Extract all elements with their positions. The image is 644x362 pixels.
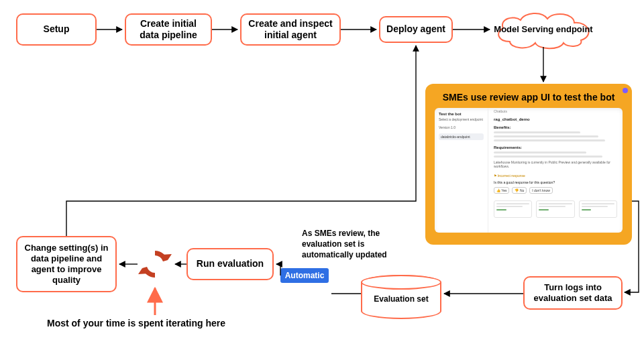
note-sme-review-text: As SMEs review, the evaluation set is au…	[302, 229, 387, 259]
review-side-title: Test the bot	[439, 112, 484, 116]
review-card	[494, 200, 532, 218]
review-card	[579, 200, 617, 218]
review-warning-text: Incorrect response	[497, 174, 525, 178]
btn-idk[interactable]: I don't know	[529, 187, 553, 194]
node-change-settings: Change setting(s) in data pipeline and a…	[16, 236, 117, 292]
badge-automatic-label: Automatic	[285, 271, 325, 280]
node-model-serving: Model Serving endpoint	[490, 9, 597, 50]
node-run-evaluation-label: Run evaluation	[197, 258, 264, 270]
node-turn-logs-label: Turn logs into evaluation set data	[530, 282, 616, 304]
node-setup-label: Setup	[44, 23, 70, 36]
sme-review-app: Test the bot Select a deployment endpoin…	[435, 108, 623, 233]
node-evaluation-set-label: Evaluation set	[362, 294, 440, 304]
node-create-agent-label: Create and inspect initial agent	[247, 18, 334, 42]
review-main-title: rag_chatbot_demo	[494, 117, 617, 121]
review-side-version: Version 1.0	[439, 125, 484, 129]
review-side-tag: databricks-endpoint	[439, 133, 484, 140]
review-footnote: Lakehouse Monitoring is currently in Pub…	[494, 160, 617, 168]
node-change-settings-label: Change setting(s) in data pipeline and a…	[23, 243, 110, 286]
badge-automatic: Automatic	[280, 268, 329, 283]
review-card	[536, 200, 574, 218]
sme-review-panel: SMEs use review app UI to test the bot T…	[425, 84, 632, 245]
caption-iterating-text: Most of your time is spent iterating her…	[47, 318, 225, 328]
node-setup: Setup	[16, 13, 97, 46]
node-run-evaluation: Run evaluation	[186, 248, 274, 280]
sme-review-title: SMEs use review app UI to test the bot	[435, 92, 623, 103]
node-deploy-agent-label: Deploy agent	[386, 23, 445, 36]
node-evaluation-set: Evaluation set	[361, 275, 441, 319]
node-create-pipeline-label: Create initial data pipeline	[131, 18, 205, 42]
node-turn-logs: Turn logs into evaluation set data	[523, 276, 623, 310]
node-model-serving-label: Model Serving endpoint	[494, 24, 592, 34]
node-create-pipeline: Create initial data pipeline	[125, 13, 212, 46]
caption-iterating: Most of your time is spent iterating her…	[47, 318, 275, 328]
btn-no[interactable]: 👎 No	[512, 187, 527, 194]
review-app-header: Chatbots	[494, 109, 507, 113]
review-warning: ⚑ Incorrect response	[494, 174, 617, 178]
cycle-icon	[138, 247, 172, 282]
node-deploy-agent: Deploy agent	[379, 16, 453, 43]
review-side-sub: Select a deployment endpoint	[439, 117, 484, 121]
btn-yes[interactable]: 👍 Yes	[494, 187, 509, 194]
benefits-heading: Benefits:	[494, 125, 617, 129]
requirements-heading: Requirements:	[494, 145, 617, 149]
note-sme-review: As SMEs review, the evaluation set is au…	[302, 228, 416, 261]
review-question: Is this a good response for this questio…	[494, 180, 617, 184]
node-create-agent: Create and inspect initial agent	[240, 13, 341, 46]
